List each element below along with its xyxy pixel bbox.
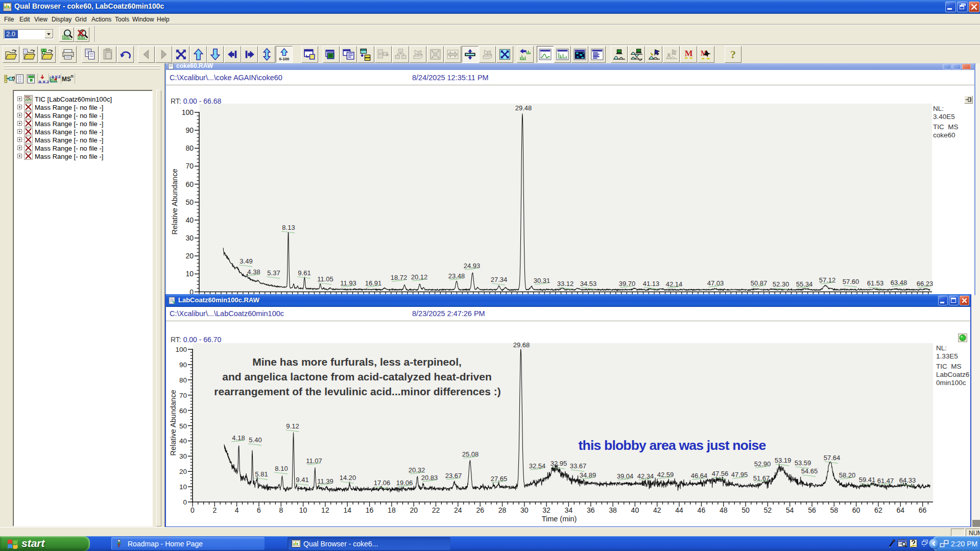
- svg-text:53.59: 53.59: [795, 459, 811, 467]
- svg-text:14.20: 14.20: [340, 474, 356, 482]
- svg-text:25.08: 25.08: [462, 450, 479, 458]
- svg-text:10: 10: [185, 270, 194, 278]
- svg-text:24.93: 24.93: [464, 262, 481, 270]
- svg-text:TIC MS: TIC MS: [936, 363, 962, 370]
- svg-text:16: 16: [366, 506, 374, 514]
- svg-text:42.59: 42.59: [657, 471, 674, 478]
- svg-text:0: 0: [183, 498, 187, 506]
- svg-text:34.89: 34.89: [580, 471, 596, 479]
- svg-text:42.14: 42.14: [666, 280, 683, 288]
- svg-text:23.48: 23.48: [448, 272, 465, 280]
- svg-text:and angelica lactone from acid: and angelica lactone from acid-catalyzed…: [222, 371, 492, 382]
- svg-text:40: 40: [179, 437, 187, 445]
- svg-text:rearrangement of the levulinic: rearrangement of the levulinic acid...mi…: [214, 386, 500, 397]
- svg-text:60: 60: [179, 407, 187, 415]
- svg-text:11.39: 11.39: [317, 477, 333, 485]
- svg-text:20.12: 20.12: [411, 273, 428, 281]
- svg-text:20.83: 20.83: [421, 474, 438, 482]
- svg-text:32.95: 32.95: [551, 460, 567, 467]
- svg-text:29.68: 29.68: [513, 341, 530, 349]
- svg-text:NL:: NL:: [933, 105, 944, 112]
- svg-text:9.61: 9.61: [298, 269, 310, 277]
- svg-text:5.37: 5.37: [267, 269, 280, 277]
- svg-text:53.19: 53.19: [775, 457, 792, 464]
- svg-text:3.40E5: 3.40E5: [933, 113, 955, 121]
- svg-text:50: 50: [185, 198, 194, 206]
- svg-text:1.33E5: 1.33E5: [936, 352, 958, 360]
- svg-text:19.06: 19.06: [396, 479, 413, 487]
- svg-text:59.41: 59.41: [859, 476, 876, 484]
- svg-text:NL:: NL:: [936, 344, 947, 352]
- svg-text:M: M: [685, 49, 693, 58]
- svg-text:20: 20: [185, 252, 194, 260]
- svg-text:Relative Abundance: Relative Abundance: [171, 169, 179, 235]
- svg-text:70: 70: [185, 162, 194, 170]
- svg-text:80: 80: [185, 144, 194, 152]
- svg-text:30: 30: [185, 234, 194, 242]
- svg-text:5.81: 5.81: [255, 470, 268, 478]
- svg-text:50: 50: [179, 422, 187, 430]
- svg-text:22: 22: [432, 506, 440, 514]
- svg-text:Relative Abundance: Relative Abundance: [169, 390, 177, 456]
- svg-text:9.12: 9.12: [286, 422, 299, 430]
- svg-text:36: 36: [587, 506, 595, 514]
- svg-text:LabCoatz6: LabCoatz6: [936, 371, 969, 378]
- svg-text:12: 12: [321, 506, 329, 514]
- svg-text:MS: MS: [62, 76, 71, 83]
- svg-text:61.47: 61.47: [877, 477, 894, 485]
- svg-text:27.34: 27.34: [491, 276, 508, 283]
- svg-text:100: 100: [175, 346, 187, 353]
- svg-text:42.34: 42.34: [637, 472, 654, 480]
- svg-text:2: 2: [212, 506, 217, 514]
- svg-text:Mine has more furfurals, less: Mine has more furfurals, less a-terpineo…: [252, 356, 462, 368]
- svg-text:4: 4: [235, 506, 239, 514]
- svg-text:62: 62: [874, 506, 882, 514]
- svg-text:18: 18: [388, 506, 396, 514]
- svg-text:26: 26: [476, 506, 484, 514]
- svg-text:10: 10: [179, 483, 187, 491]
- svg-text:6: 6: [257, 506, 261, 514]
- svg-text:52: 52: [764, 506, 772, 514]
- svg-text:28: 28: [498, 506, 507, 514]
- svg-text:90: 90: [179, 361, 187, 369]
- svg-text:39.70: 39.70: [619, 280, 636, 288]
- svg-text:55.34: 55.34: [796, 280, 813, 288]
- svg-text:58.20: 58.20: [839, 471, 856, 479]
- svg-text:52.30: 52.30: [773, 280, 790, 288]
- svg-text:57.64: 57.64: [824, 454, 841, 462]
- svg-text:50.87: 50.87: [751, 279, 768, 287]
- svg-text:34.53: 34.53: [580, 280, 597, 288]
- svg-text:33.67: 33.67: [570, 462, 587, 470]
- svg-text:11.93: 11.93: [340, 279, 356, 287]
- svg-text:42: 42: [653, 506, 661, 514]
- svg-text:18.72: 18.72: [391, 274, 408, 281]
- svg-text:54: 54: [786, 506, 794, 514]
- svg-text:54.65: 54.65: [801, 467, 818, 475]
- svg-text:41.13: 41.13: [643, 280, 660, 288]
- svg-text:14: 14: [343, 506, 351, 514]
- svg-text:44: 44: [675, 506, 683, 514]
- svg-text:80: 80: [179, 376, 187, 384]
- svg-text:66.23: 66.23: [917, 280, 934, 288]
- svg-text:33.12: 33.12: [557, 280, 574, 288]
- svg-text:29.48: 29.48: [515, 104, 532, 112]
- svg-text:8.13: 8.13: [282, 224, 295, 231]
- svg-text:47.56: 47.56: [712, 470, 729, 477]
- svg-text:58: 58: [830, 506, 839, 514]
- svg-text:40: 40: [631, 506, 639, 514]
- svg-text:64: 64: [896, 506, 904, 514]
- svg-text:10: 10: [299, 506, 307, 514]
- svg-text:57.12: 57.12: [819, 276, 836, 284]
- svg-text:9.41: 9.41: [296, 476, 308, 484]
- svg-text:20: 20: [179, 468, 187, 475]
- svg-text:46.64: 46.64: [691, 472, 708, 480]
- svg-text:64.33: 64.33: [899, 476, 916, 484]
- svg-text:47.95: 47.95: [731, 471, 748, 478]
- svg-text:32: 32: [542, 506, 551, 514]
- svg-text:47.03: 47.03: [707, 279, 724, 287]
- svg-text:TIC MS: TIC MS: [933, 123, 959, 131]
- svg-text:5.40: 5.40: [249, 436, 261, 444]
- svg-text:a.x.z: a.x.z: [38, 79, 49, 84]
- svg-text:63.48: 63.48: [891, 279, 907, 286]
- svg-text:61.53: 61.53: [867, 279, 884, 287]
